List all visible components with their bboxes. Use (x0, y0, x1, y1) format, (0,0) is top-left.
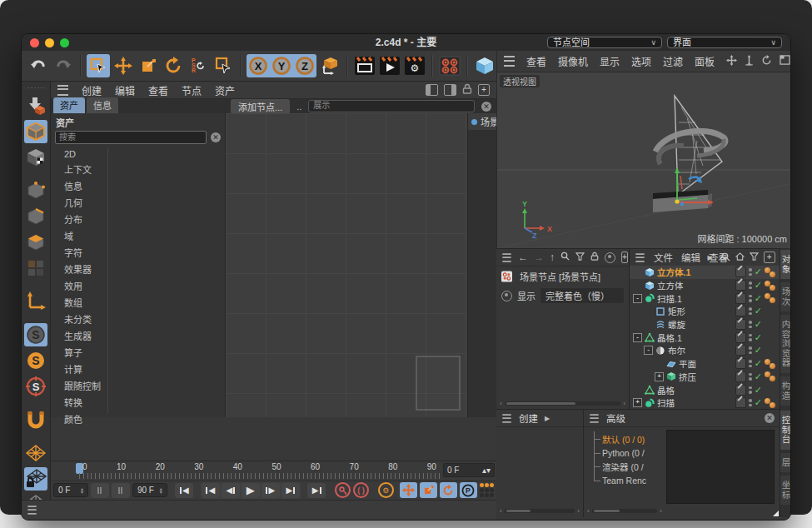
object-row[interactable]: - 晶格.1 ✓ (630, 331, 780, 344)
object-row[interactable]: + 扫描 ✓ (630, 396, 780, 409)
panel-menu-icon[interactable] (502, 253, 511, 262)
visibility-editor-icon[interactable] (735, 345, 746, 356)
visibility-dots[interactable] (749, 346, 752, 354)
manager-tab[interactable]: 构造 (780, 376, 792, 406)
scene-tab[interactable]: 场景 (468, 113, 496, 130)
display-mode-select[interactable]: 完整着色（慢） (541, 288, 624, 303)
asset-category[interactable]: 2D (51, 147, 107, 161)
lock-workplane-button[interactable] (24, 467, 47, 491)
visibility-dots[interactable] (749, 386, 752, 394)
enable-axis-button[interactable] (24, 290, 47, 313)
play-button[interactable]: ▶ (242, 483, 260, 498)
add-cube-button[interactable] (473, 54, 496, 77)
visibility-editor-icon[interactable] (735, 319, 746, 330)
key-pla-toggle[interactable] (480, 482, 494, 498)
range-lock-left-button[interactable] (91, 483, 109, 498)
model-mode-button[interactable] (24, 120, 47, 143)
asset-category[interactable]: 效果器 (51, 261, 107, 277)
enabled-check-icon[interactable]: ✓ (755, 346, 762, 355)
render-view-button[interactable] (353, 54, 376, 77)
expand-toggle[interactable] (644, 306, 653, 316)
node-editor-tab[interactable]: 信息 (87, 97, 118, 113)
visibility-dots[interactable] (749, 268, 752, 276)
object-row[interactable]: 矩形 ✓ (630, 305, 780, 318)
spinner-arrows-icon[interactable]: ▴▾ (482, 466, 491, 475)
move-tool[interactable] (112, 54, 135, 77)
asset-category[interactable]: 算子 (51, 344, 107, 361)
material-manager-button[interactable] (438, 54, 461, 77)
viewport-menu-icon[interactable] (504, 56, 515, 67)
asset-category[interactable]: 生成器 (51, 327, 107, 344)
key-scale-toggle[interactable] (420, 482, 437, 498)
solo-hierarchy-button[interactable]: S (24, 375, 47, 398)
node-editor-tab[interactable]: 资产 (53, 97, 85, 113)
visibility-editor-icon[interactable] (735, 266, 746, 277)
clear-search-icon[interactable]: ✕ (211, 132, 221, 142)
visibility-editor-icon[interactable] (735, 293, 746, 304)
enabled-check-icon[interactable]: ✓ (755, 281, 762, 290)
radio-icon[interactable] (501, 291, 512, 301)
back-icon[interactable]: ← (518, 252, 528, 263)
solo-off-button[interactable]: S (24, 323, 47, 346)
enabled-check-icon[interactable]: ✓ (755, 320, 762, 329)
record-keyframe-button[interactable] (335, 482, 351, 498)
visibility-editor-icon[interactable] (735, 280, 746, 291)
visibility-editor-icon[interactable] (735, 332, 746, 343)
expand-toggle[interactable] (655, 359, 664, 368)
panel-menu-icon[interactable] (502, 414, 511, 422)
interface-select[interactable]: 界面∨ (667, 37, 782, 48)
rotate-tool[interactable] (162, 54, 185, 77)
filter-icon[interactable] (575, 252, 585, 263)
visibility-editor-icon[interactable] (735, 371, 746, 382)
clear-filter-icon[interactable]: ✕ (481, 102, 491, 112)
console-tree-item[interactable]: 渲染器 (0 / (592, 459, 671, 474)
visibility-editor-icon[interactable] (735, 397, 746, 408)
coordinate-system-button[interactable] (318, 54, 341, 77)
expand-toggle[interactable] (633, 267, 642, 276)
visibility-dots[interactable] (749, 360, 752, 367)
layout-right-icon[interactable] (444, 84, 456, 96)
expand-toggle[interactable]: + (633, 398, 642, 407)
next-frame-button[interactable]: ▶ (262, 483, 280, 498)
home-icon[interactable] (735, 252, 745, 262)
viewport-menu-item[interactable]: 过滤 (663, 54, 683, 68)
asset-category[interactable]: 计算 (51, 361, 107, 377)
start-frame-spinner[interactable]: 0 F▴▾ (53, 483, 88, 497)
resize-grip[interactable] (773, 511, 779, 516)
key-parameter-toggle[interactable]: P (460, 482, 477, 498)
visibility-editor-icon[interactable] (735, 358, 746, 369)
visibility-dots[interactable] (749, 281, 752, 289)
enabled-check-icon[interactable]: ✓ (755, 372, 762, 381)
goto-start-button[interactable]: ◀ (175, 483, 193, 498)
render-picture-viewer-button[interactable] (378, 54, 401, 77)
node-menu-item[interactable]: 节点 (182, 83, 202, 97)
node-space-select[interactable]: 节点空间∨ (547, 37, 662, 48)
console-tab[interactable]: 控制台 (780, 411, 792, 450)
enabled-check-icon[interactable]: ✓ (755, 359, 762, 368)
manager-tab[interactable]: 内容浏览器 (780, 315, 792, 373)
enabled-check-icon[interactable]: ✓ (755, 267, 762, 276)
console-tree-item[interactable]: Python (0 / (592, 446, 671, 459)
undo-button[interactable] (27, 54, 50, 77)
node-menu-item[interactable]: 资产 (215, 83, 235, 97)
horizontal-scrollbar[interactable]: ‹› (587, 507, 662, 514)
enabled-check-icon[interactable]: ✓ (755, 386, 762, 395)
range-lock-right-button[interactable] (112, 483, 130, 498)
expand-toggle[interactable] (633, 281, 642, 290)
enabled-check-icon[interactable]: ✓ (755, 294, 762, 303)
expand-toggle[interactable] (644, 320, 653, 329)
asset-category[interactable]: 字符 (51, 244, 107, 261)
asset-category[interactable]: 数组 (51, 294, 107, 311)
filter-icon[interactable] (750, 252, 759, 262)
redo-button[interactable] (52, 54, 75, 77)
node-graph-canvas[interactable] (226, 113, 467, 417)
lock-icon[interactable] (590, 252, 599, 263)
visibility-dots[interactable] (749, 399, 752, 406)
console-tab[interactable]: 坐标 (780, 476, 792, 505)
console-tree-item[interactable]: 默认 (0 / 0) (592, 431, 671, 446)
lock-icon[interactable] (462, 83, 472, 97)
expand-toggle[interactable]: - (633, 294, 642, 303)
perspective-viewport[interactable]: Y X Z 透视视图 网格间距 : 100000 cm (496, 72, 791, 248)
more-icon[interactable]: ▶ (545, 415, 550, 422)
viewport-menu-item[interactable]: 选项 (631, 54, 651, 68)
